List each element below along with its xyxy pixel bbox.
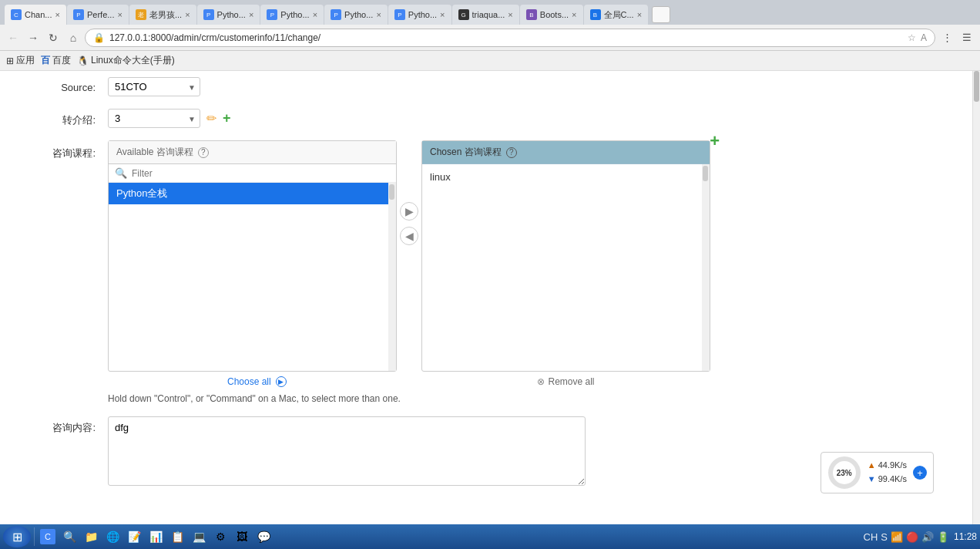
taskbar-time: 11:28 xyxy=(954,531,977,542)
content-textarea[interactable]: dfg xyxy=(108,416,586,486)
taskbar-icon-3: 📁 xyxy=(83,529,99,544)
translate-icon[interactable]: A xyxy=(921,32,927,43)
tab-close-10[interactable]: × xyxy=(637,10,642,19)
taskbar-icon-5: 📝 xyxy=(126,529,142,544)
home-button[interactable]: ⌂ xyxy=(65,29,82,46)
address-bar[interactable]: 🔒 127.0.0.1:8000/admin/crm/customerinfo/… xyxy=(85,29,935,47)
edit-icon[interactable]: ✏ xyxy=(206,111,216,126)
chosen-scrollbar[interactable] xyxy=(702,164,710,371)
search-row: 🔍 xyxy=(109,164,396,183)
add-chosen-button[interactable]: + xyxy=(710,131,720,151)
tab-3[interactable]: 老 老男孩... × xyxy=(129,5,196,25)
help-text: Hold down "Control", or "Command" on a M… xyxy=(108,393,709,404)
tab-5[interactable]: P Pytho... × xyxy=(260,5,324,25)
network-add-button[interactable]: + xyxy=(913,466,927,480)
tab-favicon-1: C xyxy=(11,9,22,20)
tab-close-4[interactable]: × xyxy=(249,10,253,19)
content-label: 咨询内容: xyxy=(15,416,108,435)
tab-close-1[interactable]: × xyxy=(55,10,60,19)
tab-1[interactable]: C Chan... × xyxy=(5,5,66,25)
chosen-help-icon[interactable]: ? xyxy=(506,147,517,158)
taskbar-btn-2[interactable]: 🔍 xyxy=(59,527,79,547)
available-panel: Available 咨询课程 ? 🔍 Python全栈 xyxy=(108,140,397,372)
available-list[interactable]: Python全栈 xyxy=(109,183,396,371)
transfer-left-button[interactable]: ◀ xyxy=(400,227,418,245)
tab-close-7[interactable]: × xyxy=(440,10,445,19)
taskbar-icon-8: 💻 xyxy=(191,529,206,544)
taskbar-icon-10: 🖼 xyxy=(234,529,250,544)
filter-input[interactable] xyxy=(132,168,390,179)
taskbar-btn-5[interactable]: 📝 xyxy=(124,527,144,547)
chosen-header: Chosen 咨询课程 ? xyxy=(422,141,710,164)
tab-6[interactable]: P Pytho... × xyxy=(324,5,388,25)
menu-button[interactable]: ☰ xyxy=(958,29,975,46)
bookmark-linux[interactable]: 🐧 Linux命令大全(手册) xyxy=(77,54,175,67)
network-stats: ▲ 44.9K/s ▼ 99.4K/s xyxy=(868,459,907,486)
chosen-item-linux[interactable]: linux xyxy=(422,167,710,187)
forward-button[interactable]: → xyxy=(25,29,42,46)
taskbar-btn-1[interactable]: C xyxy=(38,527,58,547)
tab-8[interactable]: G triaqua... × xyxy=(452,5,519,25)
tab-close-9[interactable]: × xyxy=(572,10,576,19)
tab-title-10: 全局C... xyxy=(604,9,634,21)
remove-circle-icon: ⊗ xyxy=(537,376,545,387)
search-icon: 🔍 xyxy=(115,167,127,179)
choose-all-row[interactable]: Choose all ▶ xyxy=(227,376,397,387)
download-stat: ▼ 99.4K/s xyxy=(868,473,907,487)
refresh-button[interactable]: ↻ xyxy=(45,29,62,46)
tab-7[interactable]: P Pytho... × xyxy=(388,5,451,25)
content-row: 咨询内容: dfg xyxy=(15,416,957,488)
start-button[interactable]: ⊞ xyxy=(3,526,31,547)
taskbar-btn-7[interactable]: 📋 xyxy=(167,527,187,547)
tab-bar: C Chan... × P Perfe... × 老 老男孩... × P Py… xyxy=(0,0,980,25)
tab-4[interactable]: P Pytho... × xyxy=(197,5,260,25)
referrer-row: 转介绍: 3 ▼ ✏ + xyxy=(15,109,957,128)
navigation-bar: ← → ↻ ⌂ 🔒 127.0.0.1:8000/admin/crm/custo… xyxy=(0,25,980,51)
chosen-scroll-thumb xyxy=(703,166,708,181)
battery-icon: 🔋 xyxy=(937,531,949,543)
nav-icons: ⋮ ☰ xyxy=(938,29,975,46)
taskbar-btn-3[interactable]: 📁 xyxy=(81,527,101,547)
tab-title-4: Pytho... xyxy=(217,10,246,19)
taskbar-btn-4[interactable]: 🌐 xyxy=(102,527,123,547)
available-scrollbar[interactable] xyxy=(388,183,396,371)
chosen-list[interactable]: linux xyxy=(422,164,710,371)
new-tab-button[interactable] xyxy=(652,6,670,23)
taskbar-btn-11[interactable]: 💬 xyxy=(253,527,274,547)
star-icon[interactable]: ☆ xyxy=(908,32,916,43)
tab-9[interactable]: B Boots... × xyxy=(520,5,583,25)
course-row: 咨询课程: Available 咨询课程 ? 🔍 xyxy=(15,140,957,404)
add-referrer-icon[interactable]: + xyxy=(223,110,231,126)
tab-close-2[interactable]: × xyxy=(118,10,123,19)
taskbar-icon-7: 📋 xyxy=(169,529,185,544)
tab-close-8[interactable]: × xyxy=(508,10,512,19)
back-button[interactable]: ← xyxy=(5,29,22,46)
source-select[interactable]: 51CTO xyxy=(108,77,200,96)
taskbar-btn-10[interactable]: 🖼 xyxy=(232,527,252,547)
tab-title-1: Chan... xyxy=(25,10,52,19)
referrer-select[interactable]: 3 xyxy=(108,109,200,128)
taskbar-icon-11: 💬 xyxy=(256,529,271,544)
dual-list-section: Available 咨询课程 ? 🔍 Python全栈 xyxy=(108,140,957,387)
extensions-button[interactable]: ⋮ xyxy=(938,29,955,46)
tab-2[interactable]: P Perfe... × xyxy=(67,5,129,25)
tab-close-6[interactable]: × xyxy=(376,10,381,19)
bookmark-baidu[interactable]: 百 百度 xyxy=(41,54,71,67)
page-scrollbar[interactable] xyxy=(972,71,980,524)
transfer-right-button[interactable]: ▶ xyxy=(400,202,418,221)
bookmark-apps[interactable]: ⊞ 应用 xyxy=(6,54,35,67)
taskbar-btn-9[interactable]: ⚙ xyxy=(210,527,230,547)
remove-all-row[interactable]: ⊗ Remove all xyxy=(421,376,710,387)
choose-all-help-icon[interactable]: ▶ xyxy=(276,376,287,387)
download-value: 99.4K/s xyxy=(878,474,907,483)
source-row: Source: 51CTO ▼ xyxy=(15,77,957,96)
bookmark-baidu-label: 百度 xyxy=(52,54,71,67)
taskbar-btn-6[interactable]: 📊 xyxy=(146,527,166,547)
tab-close-5[interactable]: × xyxy=(313,10,317,19)
taskbar-btn-8[interactable]: 💻 xyxy=(189,527,209,547)
course-field: Available 咨询课程 ? 🔍 Python全栈 xyxy=(108,140,957,404)
available-item-python[interactable]: Python全栈 xyxy=(109,183,396,204)
available-help-icon[interactable]: ? xyxy=(198,147,209,158)
tab-10[interactable]: B 全局C... × xyxy=(584,5,649,25)
tab-close-3[interactable]: × xyxy=(185,10,190,19)
